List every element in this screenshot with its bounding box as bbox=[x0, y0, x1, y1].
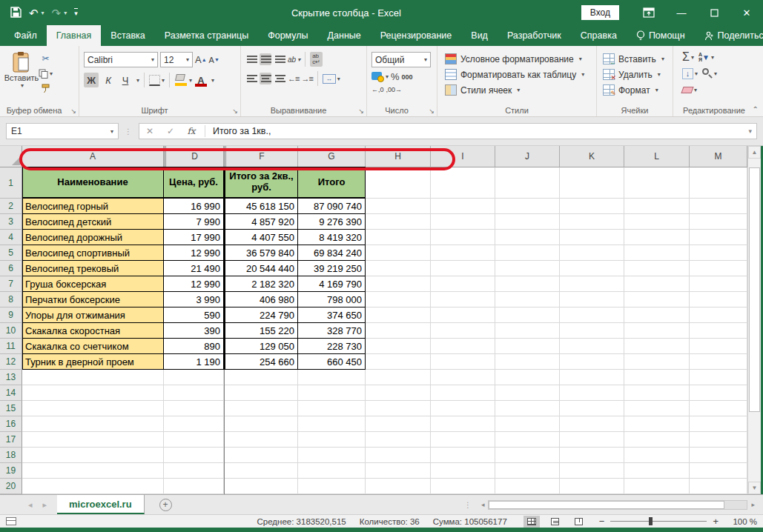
cell[interactable]: Велосипед спортивный bbox=[22, 245, 164, 261]
cell[interactable]: Перчатки боксерские bbox=[22, 292, 164, 307]
cell[interactable]: 129 050 bbox=[224, 339, 298, 354]
horizontal-scroll-thumb[interactable] bbox=[489, 501, 724, 509]
formula-input[interactable]: Итого за 1кв., bbox=[208, 126, 271, 136]
cell[interactable]: 3 990 bbox=[164, 292, 224, 307]
cell[interactable]: 798 000 bbox=[298, 292, 366, 307]
cell[interactable]: 21 490 bbox=[164, 261, 224, 276]
cell[interactable]: 7 990 bbox=[164, 214, 224, 230]
percent-style-button[interactable]: % bbox=[391, 71, 400, 82]
row-header-14[interactable]: 14 bbox=[0, 385, 22, 401]
cell-styles-button[interactable]: Стили ячеек ▾ bbox=[445, 82, 593, 98]
tab-вид[interactable]: Вид bbox=[461, 25, 498, 46]
cell[interactable]: 1 190 bbox=[164, 354, 224, 370]
column-header-J[interactable]: J bbox=[495, 146, 560, 167]
merge-center-button[interactable]: ↔▾ bbox=[323, 74, 340, 84]
cell[interactable]: 16 990 bbox=[164, 199, 224, 214]
cell[interactable]: 4 407 550 bbox=[224, 230, 298, 245]
orientation-button[interactable]: ab▾ bbox=[288, 56, 300, 64]
font-size-combo[interactable]: 12 ▾ bbox=[160, 52, 193, 67]
increase-indent-button[interactable]: →≡ bbox=[301, 74, 312, 83]
zoom-out-button[interactable]: − bbox=[599, 516, 605, 527]
cell[interactable]: 20 544 440 bbox=[224, 261, 298, 276]
cell[interactable]: 228 730 bbox=[298, 339, 366, 354]
tab-вставка[interactable]: Вставка bbox=[101, 25, 154, 46]
accounting-format-button[interactable]: ▾ bbox=[371, 72, 389, 82]
zoom-slider-handle[interactable] bbox=[649, 517, 653, 525]
cell[interactable]: 2 182 320 bbox=[224, 276, 298, 292]
table-header-cell[interactable]: Итого за 2кв., руб. bbox=[224, 167, 298, 199]
enter-button[interactable]: ✓ bbox=[160, 126, 181, 136]
login-button[interactable]: Вход bbox=[581, 5, 619, 20]
tab-главная[interactable]: Главная bbox=[47, 25, 102, 46]
cell[interactable]: Скакалка скоростная bbox=[22, 323, 164, 339]
borders-button[interactable]: ▾ bbox=[149, 75, 165, 86]
cell[interactable]: 374 650 bbox=[298, 307, 366, 323]
clipboard-dialog-launcher-icon[interactable]: ↘ bbox=[70, 107, 76, 115]
column-header-F[interactable]: F bbox=[224, 146, 298, 167]
save-icon[interactable] bbox=[10, 7, 22, 19]
grow-font-button[interactable]: А▲ bbox=[195, 54, 207, 65]
collapse-ribbon-icon[interactable]: ⌃ bbox=[753, 105, 759, 113]
scroll-up-icon[interactable]: ▲ bbox=[748, 146, 761, 159]
column-header-L[interactable]: L bbox=[624, 146, 690, 167]
format-as-table-button[interactable]: Форматировать как таблицу ▾ bbox=[445, 67, 593, 82]
select-all-button[interactable] bbox=[0, 146, 22, 167]
copy-button[interactable]: ▾ bbox=[39, 67, 53, 79]
new-sheet-button[interactable]: + bbox=[159, 499, 172, 511]
cell[interactable]: 4 169 790 bbox=[298, 276, 366, 292]
row-header-20[interactable]: 20 bbox=[0, 479, 22, 494]
cell[interactable]: Турник в дверной проем bbox=[22, 354, 164, 370]
prev-sheet-icon[interactable]: ◂ bbox=[28, 500, 33, 510]
format-button[interactable]: ✎ Формат ▾ bbox=[603, 82, 670, 98]
column-header-K[interactable]: K bbox=[560, 146, 624, 167]
row-header-4[interactable]: 4 bbox=[0, 230, 22, 245]
cell[interactable]: 660 450 bbox=[298, 354, 366, 370]
cell[interactable]: 254 660 bbox=[224, 354, 298, 370]
page-layout-view-button[interactable] bbox=[547, 516, 564, 528]
sheet-tab-active[interactable]: microexcel.ru bbox=[57, 495, 145, 514]
decrease-indent-button[interactable]: ←≡ bbox=[288, 74, 299, 83]
tab-формулы[interactable]: Формулы bbox=[258, 25, 317, 46]
close-button[interactable]: ✕ bbox=[730, 0, 763, 25]
cell[interactable]: Скакалка со счетчиком bbox=[22, 339, 164, 354]
number-dialog-launcher-icon[interactable]: ↘ bbox=[429, 107, 435, 115]
align-middle-button[interactable] bbox=[260, 53, 271, 65]
undo-caret-icon[interactable]: ▾ bbox=[42, 10, 44, 16]
underline-button[interactable]: Ч bbox=[118, 73, 133, 87]
cell[interactable]: Велосипед детский bbox=[22, 214, 164, 230]
row-header-9[interactable]: 9 bbox=[0, 307, 22, 323]
row-header-15[interactable]: 15 bbox=[0, 401, 22, 416]
tab-данные[interactable]: Данные bbox=[318, 25, 371, 46]
zoom-in-button[interactable]: + bbox=[713, 516, 719, 527]
row-header-5[interactable]: 5 bbox=[0, 245, 22, 261]
tab-помощн[interactable]: Помощн bbox=[627, 25, 695, 46]
decrease-decimal-button[interactable]: ,00→ bbox=[386, 86, 403, 93]
font-color-button[interactable]: А bbox=[194, 73, 208, 87]
number-format-combo[interactable]: Общий ▾ bbox=[371, 52, 431, 67]
tab-splitter[interactable]: ⋮ bbox=[464, 501, 472, 509]
cut-button[interactable]: ✂ bbox=[39, 53, 53, 64]
cell[interactable]: 69 834 240 bbox=[298, 245, 366, 261]
cell[interactable]: 8 419 320 bbox=[298, 230, 366, 245]
undo-button[interactable]: ↶ bbox=[29, 7, 39, 19]
shrink-font-button[interactable]: А▼ bbox=[209, 56, 219, 64]
cell[interactable]: 36 579 840 bbox=[224, 245, 298, 261]
table-header-cell[interactable]: Цена, руб. bbox=[164, 167, 224, 199]
row-header-1[interactable]: 1 bbox=[0, 167, 22, 199]
cell[interactable]: 4 857 920 bbox=[224, 214, 298, 230]
vertical-scrollbar[interactable]: ▲ ▼ bbox=[747, 146, 761, 494]
cell[interactable]: 12 990 bbox=[164, 245, 224, 261]
font-dialog-launcher-icon[interactable]: ↘ bbox=[232, 107, 238, 115]
cell[interactable]: Велосипед горный bbox=[22, 199, 164, 214]
row-header-8[interactable]: 8 bbox=[0, 292, 22, 307]
column-header-A[interactable]: A bbox=[22, 146, 164, 167]
vertical-scroll-thumb[interactable] bbox=[749, 167, 760, 412]
cell[interactable]: Упоры для отжимания bbox=[22, 307, 164, 323]
zoom-level[interactable]: 100 % bbox=[724, 517, 757, 526]
name-box[interactable]: E1 ▾ bbox=[6, 123, 119, 139]
wrap-text-button[interactable]: abc↵ bbox=[310, 52, 323, 67]
normal-view-button[interactable] bbox=[523, 516, 540, 528]
cell[interactable]: 224 790 bbox=[224, 307, 298, 323]
row-header-12[interactable]: 12 bbox=[0, 354, 22, 370]
cell[interactable]: 87 090 740 bbox=[298, 199, 366, 214]
